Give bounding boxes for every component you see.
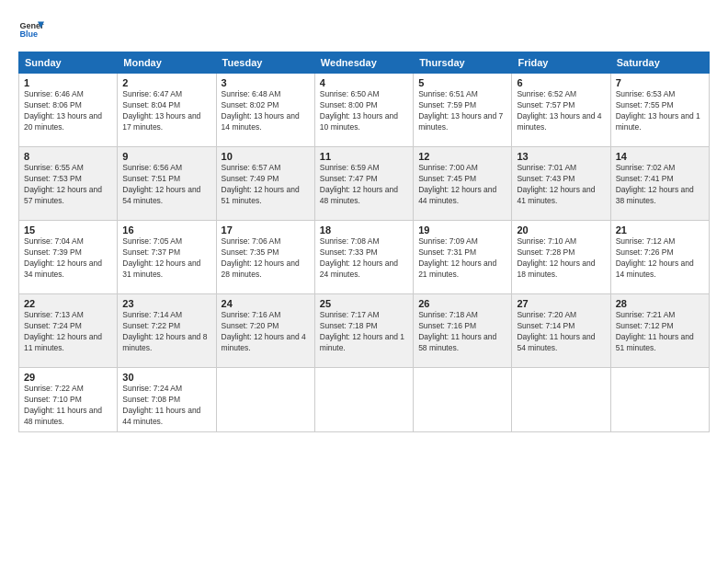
day-number: 6 bbox=[517, 77, 605, 88]
day-detail: Sunrise: 6:51 AM Sunset: 7:59 PM Dayligh… bbox=[418, 89, 506, 133]
calendar-cell: 21 Sunrise: 7:12 AM Sunset: 7:26 PM Dayl… bbox=[610, 221, 709, 294]
day-number: 16 bbox=[122, 224, 210, 236]
day-detail: Sunrise: 6:50 AM Sunset: 8:00 PM Dayligh… bbox=[320, 89, 408, 133]
calendar-cell bbox=[314, 368, 413, 432]
calendar-cell: 1 Sunrise: 6:46 AM Sunset: 8:06 PM Dayli… bbox=[19, 74, 118, 147]
calendar-cell bbox=[216, 368, 314, 432]
day-number: 3 bbox=[222, 77, 310, 88]
logo-icon: General Blue bbox=[18, 17, 44, 42]
day-number: 10 bbox=[222, 151, 310, 162]
day-detail: Sunrise: 7:01 AM Sunset: 7:43 PM Dayligh… bbox=[517, 163, 605, 207]
day-number: 20 bbox=[517, 224, 605, 236]
col-header-wednesday: Wednesday bbox=[314, 52, 413, 74]
calendar-cell: 9 Sunrise: 6:56 AM Sunset: 7:51 PM Dayli… bbox=[118, 147, 216, 221]
day-number: 12 bbox=[418, 151, 506, 162]
day-number: 8 bbox=[24, 151, 112, 162]
col-header-saturday: Saturday bbox=[610, 52, 709, 74]
calendar-cell: 7 Sunrise: 6:53 AM Sunset: 7:55 PM Dayli… bbox=[610, 74, 709, 147]
calendar-cell: 17 Sunrise: 7:06 AM Sunset: 7:35 PM Dayl… bbox=[216, 221, 314, 294]
calendar-cell: 8 Sunrise: 6:55 AM Sunset: 7:53 PM Dayli… bbox=[19, 147, 118, 221]
calendar-cell: 27 Sunrise: 7:20 AM Sunset: 7:14 PM Dayl… bbox=[512, 294, 610, 368]
day-detail: Sunrise: 7:10 AM Sunset: 7:28 PM Dayligh… bbox=[517, 236, 605, 281]
day-detail: Sunrise: 6:53 AM Sunset: 7:55 PM Dayligh… bbox=[616, 89, 704, 133]
day-detail: Sunrise: 6:47 AM Sunset: 8:04 PM Dayligh… bbox=[122, 89, 210, 133]
calendar-cell: 11 Sunrise: 6:59 AM Sunset: 7:47 PM Dayl… bbox=[314, 147, 413, 221]
day-number: 17 bbox=[222, 224, 310, 236]
day-detail: Sunrise: 7:12 AM Sunset: 7:26 PM Dayligh… bbox=[616, 236, 704, 281]
day-number: 14 bbox=[616, 151, 704, 162]
day-detail: Sunrise: 7:02 AM Sunset: 7:41 PM Dayligh… bbox=[616, 163, 704, 207]
calendar-cell: 22 Sunrise: 7:13 AM Sunset: 7:24 PM Dayl… bbox=[19, 294, 118, 368]
calendar-cell: 25 Sunrise: 7:17 AM Sunset: 7:18 PM Dayl… bbox=[314, 294, 413, 368]
col-header-friday: Friday bbox=[512, 52, 610, 74]
calendar-cell bbox=[610, 368, 709, 432]
calendar-cell: 24 Sunrise: 7:16 AM Sunset: 7:20 PM Dayl… bbox=[216, 294, 314, 368]
day-detail: Sunrise: 7:08 AM Sunset: 7:33 PM Dayligh… bbox=[320, 236, 408, 281]
calendar-cell: 12 Sunrise: 7:00 AM Sunset: 7:45 PM Dayl… bbox=[414, 147, 512, 221]
day-number: 24 bbox=[222, 298, 310, 309]
calendar-cell: 26 Sunrise: 7:18 AM Sunset: 7:16 PM Dayl… bbox=[414, 294, 512, 368]
calendar-cell: 29 Sunrise: 7:22 AM Sunset: 7:10 PM Dayl… bbox=[19, 368, 118, 432]
calendar-table: SundayMondayTuesdayWednesdayThursdayFrid… bbox=[18, 52, 710, 432]
day-number: 11 bbox=[320, 151, 408, 162]
day-detail: Sunrise: 6:59 AM Sunset: 7:47 PM Dayligh… bbox=[320, 163, 408, 207]
day-detail: Sunrise: 7:24 AM Sunset: 7:08 PM Dayligh… bbox=[122, 384, 210, 428]
day-number: 2 bbox=[122, 77, 210, 88]
calendar-cell: 20 Sunrise: 7:10 AM Sunset: 7:28 PM Dayl… bbox=[512, 221, 610, 294]
day-number: 18 bbox=[320, 224, 408, 236]
col-header-monday: Monday bbox=[118, 52, 216, 74]
day-number: 13 bbox=[517, 151, 605, 162]
day-detail: Sunrise: 7:13 AM Sunset: 7:24 PM Dayligh… bbox=[24, 310, 112, 354]
day-number: 19 bbox=[418, 224, 506, 236]
day-number: 28 bbox=[616, 298, 704, 309]
calendar-cell: 23 Sunrise: 7:14 AM Sunset: 7:22 PM Dayl… bbox=[118, 294, 216, 368]
day-detail: Sunrise: 7:14 AM Sunset: 7:22 PM Dayligh… bbox=[122, 310, 210, 354]
day-detail: Sunrise: 7:17 AM Sunset: 7:18 PM Dayligh… bbox=[320, 310, 408, 354]
day-detail: Sunrise: 7:06 AM Sunset: 7:35 PM Dayligh… bbox=[222, 236, 310, 281]
day-number: 22 bbox=[24, 298, 112, 309]
svg-text:Blue: Blue bbox=[19, 29, 38, 39]
day-detail: Sunrise: 6:48 AM Sunset: 8:02 PM Dayligh… bbox=[222, 89, 310, 133]
calendar-cell: 2 Sunrise: 6:47 AM Sunset: 8:04 PM Dayli… bbox=[118, 74, 216, 147]
col-header-thursday: Thursday bbox=[414, 52, 512, 74]
day-detail: Sunrise: 6:56 AM Sunset: 7:51 PM Dayligh… bbox=[122, 163, 210, 207]
day-number: 21 bbox=[616, 224, 704, 236]
calendar-cell bbox=[512, 368, 610, 432]
day-number: 1 bbox=[24, 77, 112, 88]
day-number: 5 bbox=[418, 77, 506, 88]
day-detail: Sunrise: 7:16 AM Sunset: 7:20 PM Dayligh… bbox=[222, 310, 310, 354]
page-header: General Blue bbox=[18, 17, 710, 42]
day-number: 7 bbox=[616, 77, 704, 88]
day-detail: Sunrise: 7:09 AM Sunset: 7:31 PM Dayligh… bbox=[418, 236, 506, 281]
day-number: 15 bbox=[24, 224, 112, 236]
calendar-cell: 10 Sunrise: 6:57 AM Sunset: 7:49 PM Dayl… bbox=[216, 147, 314, 221]
day-detail: Sunrise: 6:46 AM Sunset: 8:06 PM Dayligh… bbox=[24, 89, 112, 133]
day-detail: Sunrise: 6:52 AM Sunset: 7:57 PM Dayligh… bbox=[517, 89, 605, 133]
calendar-cell: 6 Sunrise: 6:52 AM Sunset: 7:57 PM Dayli… bbox=[512, 74, 610, 147]
col-header-sunday: Sunday bbox=[19, 52, 118, 74]
calendar-cell: 4 Sunrise: 6:50 AM Sunset: 8:00 PM Dayli… bbox=[314, 74, 413, 147]
calendar-cell: 5 Sunrise: 6:51 AM Sunset: 7:59 PM Dayli… bbox=[414, 74, 512, 147]
day-number: 25 bbox=[320, 298, 408, 309]
calendar-cell: 19 Sunrise: 7:09 AM Sunset: 7:31 PM Dayl… bbox=[414, 221, 512, 294]
day-number: 9 bbox=[122, 151, 210, 162]
calendar-cell: 15 Sunrise: 7:04 AM Sunset: 7:39 PM Dayl… bbox=[19, 221, 118, 294]
calendar-cell bbox=[414, 368, 512, 432]
day-number: 26 bbox=[418, 298, 506, 309]
calendar-cell: 16 Sunrise: 7:05 AM Sunset: 7:37 PM Dayl… bbox=[118, 221, 216, 294]
day-number: 30 bbox=[122, 372, 210, 383]
day-number: 27 bbox=[517, 298, 605, 309]
day-number: 23 bbox=[122, 298, 210, 309]
day-detail: Sunrise: 6:57 AM Sunset: 7:49 PM Dayligh… bbox=[222, 163, 310, 207]
day-detail: Sunrise: 7:04 AM Sunset: 7:39 PM Dayligh… bbox=[24, 236, 112, 281]
day-detail: Sunrise: 7:05 AM Sunset: 7:37 PM Dayligh… bbox=[122, 236, 210, 281]
day-number: 29 bbox=[24, 372, 112, 383]
day-number: 4 bbox=[320, 77, 408, 88]
calendar-cell: 28 Sunrise: 7:21 AM Sunset: 7:12 PM Dayl… bbox=[610, 294, 709, 368]
calendar-cell: 3 Sunrise: 6:48 AM Sunset: 8:02 PM Dayli… bbox=[216, 74, 314, 147]
calendar-cell: 18 Sunrise: 7:08 AM Sunset: 7:33 PM Dayl… bbox=[314, 221, 413, 294]
day-detail: Sunrise: 7:20 AM Sunset: 7:14 PM Dayligh… bbox=[517, 310, 605, 354]
day-detail: Sunrise: 7:21 AM Sunset: 7:12 PM Dayligh… bbox=[616, 310, 704, 354]
calendar-cell: 30 Sunrise: 7:24 AM Sunset: 7:08 PM Dayl… bbox=[118, 368, 216, 432]
day-detail: Sunrise: 6:55 AM Sunset: 7:53 PM Dayligh… bbox=[24, 163, 112, 207]
